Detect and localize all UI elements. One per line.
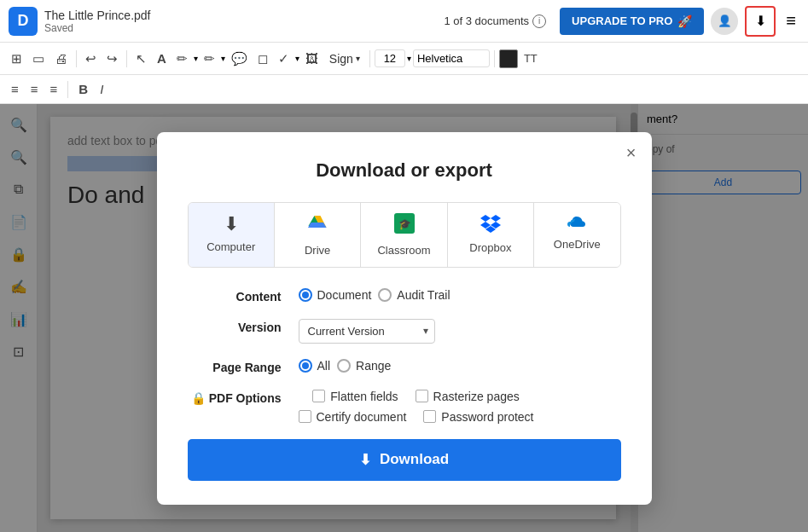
rocket-icon: 🚀 — [677, 14, 692, 28]
italic-button[interactable]: I — [96, 78, 108, 100]
modal-title: Download or export — [188, 159, 621, 182]
rasterize-pages-checkbox[interactable] — [416, 390, 428, 402]
text-size-button[interactable]: TT — [520, 49, 542, 68]
tab-onedrive[interactable]: OneDrive — [534, 203, 619, 267]
person-icon: 👤 — [718, 14, 732, 27]
checkbox-certify-document[interactable]: Certify document — [299, 410, 407, 424]
highlighter-button[interactable]: ✏ — [200, 48, 219, 70]
user-avatar-button[interactable]: 👤 — [711, 8, 738, 35]
tab-drive[interactable]: Drive — [275, 203, 361, 267]
checkbox-password-protect[interactable]: Password protect — [423, 410, 533, 424]
radio-audit-trail-btn[interactable] — [378, 288, 392, 302]
pdf-options-row: 🔒 PDF Options Flatten fields Rasterize p… — [188, 390, 621, 424]
sign-button[interactable]: Sign ▾ — [324, 49, 365, 68]
info-icon[interactable]: i — [532, 14, 546, 28]
radio-document-label: Document — [317, 288, 372, 302]
doc-count: 1 of 3 documents i — [444, 14, 546, 28]
font-size-input[interactable] — [375, 49, 405, 67]
radio-all[interactable]: All — [299, 359, 331, 373]
file-status: Saved — [44, 22, 437, 34]
toolbar2-separator — [67, 81, 68, 98]
radio-all-btn[interactable] — [299, 359, 312, 373]
text-tool-button[interactable]: A — [153, 48, 171, 69]
check-dropdown-icon[interactable]: ▾ — [295, 54, 299, 63]
print-button[interactable]: 🖨 — [50, 48, 72, 69]
certify-document-checkbox[interactable] — [299, 410, 311, 423]
page-range-label: Page Range — [188, 359, 282, 374]
content-controls: Document Audit Trail — [299, 288, 451, 302]
download-icon-button[interactable]: ⬇ — [745, 6, 776, 37]
sign-dropdown-icon: ▾ — [356, 54, 360, 63]
select-tool-button[interactable]: ↖ — [131, 48, 151, 70]
checkbox-flatten-fields[interactable]: Flatten fields — [312, 390, 398, 403]
pen-tool-button[interactable]: ✏ — [172, 48, 192, 70]
tab-dropbox-label: Dropbox — [469, 241, 511, 254]
bold-button[interactable]: B — [74, 78, 92, 100]
download-btn-icon: ⬇ — [359, 451, 371, 469]
version-select[interactable]: Current Version Original Version — [299, 319, 435, 344]
top-bar: D The Little Prince.pdf Saved 1 of 3 doc… — [0, 0, 808, 43]
file-info: The Little Prince.pdf Saved — [44, 9, 437, 34]
upgrade-button[interactable]: UPGRADE TO PRO 🚀 — [560, 8, 704, 35]
font-family-input[interactable] — [413, 49, 490, 67]
align-left-button[interactable]: ≡ — [7, 78, 23, 100]
toolbar-separator — [76, 50, 77, 67]
onedrive-icon — [565, 213, 589, 233]
version-controls: Current Version Original Version — [299, 319, 435, 344]
download-arrow-icon: ⬇ — [755, 13, 766, 29]
tab-onedrive-label: OneDrive — [554, 238, 601, 251]
font-size-dropdown-icon[interactable]: ▾ — [407, 54, 411, 63]
radio-audit-trail[interactable]: Audit Trail — [378, 288, 450, 302]
menu-button[interactable]: ≡ — [782, 8, 799, 34]
file-name: The Little Prince.pdf — [44, 9, 437, 22]
tab-classroom-label: Classroom — [377, 244, 430, 257]
eraser-button[interactable]: ◻ — [253, 48, 272, 70]
main-content: 🔍 🔍 ⧉ 📄 🔒 ✍ 📊 ⊡ add text box to pdf Do a… — [0, 104, 808, 532]
drive-icon — [307, 213, 328, 239]
pdf-options-row-1: Flatten fields Rasterize pages — [312, 390, 520, 403]
download-export-modal: × Download or export ⬇ Computer — [157, 132, 652, 505]
sign-label: Sign — [329, 52, 353, 66]
redo-button[interactable]: ↪ — [102, 48, 122, 70]
classroom-icon: 🎓 — [394, 213, 415, 239]
flatten-fields-label: Flatten fields — [330, 390, 398, 403]
secondary-toolbar: ≡ ≡ ≡ B I — [0, 75, 808, 104]
tab-computer[interactable]: ⬇ Computer — [189, 203, 275, 267]
modal-overlay: × Download or export ⬇ Computer — [0, 104, 808, 532]
toolbar-separator-2 — [126, 50, 127, 67]
radio-document-btn[interactable] — [299, 288, 312, 302]
content-row: Content Document Audit Trail — [188, 288, 621, 304]
align-right-button[interactable]: ≡ — [46, 78, 62, 100]
radio-range-btn[interactable] — [337, 359, 351, 373]
highlighter-dropdown-icon[interactable]: ▾ — [221, 54, 225, 63]
image-button[interactable]: 🖼 — [301, 48, 323, 69]
undo-button[interactable]: ↩ — [81, 48, 101, 70]
toolbar-separator-4 — [494, 50, 495, 67]
version-row: Version Current Version Original Version — [188, 319, 621, 344]
doc-count-text: 1 of 3 documents — [444, 14, 529, 27]
hamburger-icon: ≡ — [786, 11, 796, 31]
tab-dropbox[interactable]: Dropbox — [448, 203, 534, 267]
tab-classroom[interactable]: 🎓 Classroom — [361, 203, 447, 267]
grid-view-button[interactable]: ⊞ — [7, 48, 26, 70]
checkmark-button[interactable]: ✓ — [274, 48, 294, 70]
version-label: Version — [188, 319, 282, 334]
lock-icon: 🔒 — [191, 391, 206, 405]
color-swatch[interactable] — [499, 49, 518, 68]
svg-text:🎓: 🎓 — [398, 217, 410, 230]
page-view-button[interactable]: ▭ — [28, 48, 49, 70]
password-protect-checkbox[interactable] — [423, 410, 436, 423]
computer-icon: ⬇ — [224, 213, 239, 235]
destination-tabs: ⬇ Computer Drive — [188, 202, 621, 268]
pen-dropdown-icon[interactable]: ▾ — [194, 54, 198, 63]
radio-range-label: Range — [356, 359, 391, 373]
checkbox-rasterize-pages[interactable]: Rasterize pages — [416, 390, 520, 403]
radio-range[interactable]: Range — [337, 359, 391, 373]
rasterize-pages-label: Rasterize pages — [433, 390, 520, 403]
modal-close-button[interactable]: × — [626, 144, 637, 161]
comment-button[interactable]: 💬 — [227, 48, 252, 70]
radio-document[interactable]: Document — [299, 288, 372, 302]
align-center-button[interactable]: ≡ — [26, 78, 43, 100]
flatten-fields-checkbox[interactable] — [312, 390, 325, 402]
download-button[interactable]: ⬇ Download — [188, 439, 621, 481]
